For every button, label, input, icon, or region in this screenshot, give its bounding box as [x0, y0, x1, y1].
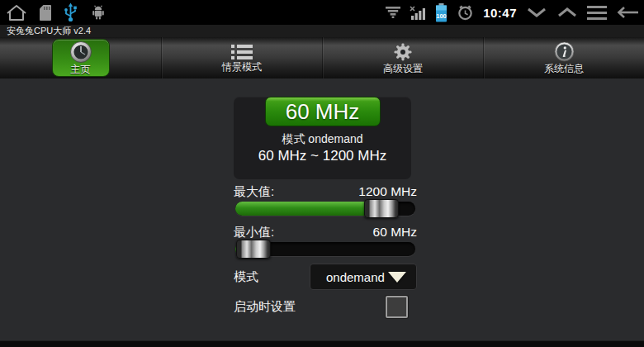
- governor-row: 模式 ondemand: [234, 264, 417, 290]
- min-frequency-slider[interactable]: [235, 242, 415, 256]
- tab-bar: 主页 情景模式: [0, 37, 644, 78]
- gear-icon: [393, 42, 413, 62]
- chevron-up-icon[interactable]: [556, 7, 578, 18]
- back-arrow-icon[interactable]: [616, 6, 639, 19]
- chevron-down-icon[interactable]: [526, 7, 547, 18]
- cpu-frequency-panel: 60 MHz 模式 ondemand 60 MHz ~ 1200 MHz: [234, 97, 411, 179]
- home-icon[interactable]: [6, 3, 27, 21]
- main-content: 60 MHz 模式 ondemand 60 MHz ~ 1200 MHz 最大值…: [0, 78, 644, 340]
- battery-percent-text: 100: [436, 12, 447, 20]
- usb-icon[interactable]: [64, 2, 78, 22]
- set-on-boot-checkbox[interactable]: [386, 296, 408, 318]
- status-bar-left: [0, 2, 107, 22]
- app-title-bar: 安兔兔CPU大师 v2.4: [0, 25, 644, 37]
- tab-system-info-label: 系统信息: [544, 64, 584, 74]
- tab-profiles-label: 情景模式: [222, 62, 262, 73]
- set-on-boot-label: 启动时设置: [234, 299, 296, 315]
- status-bar: 100 10:47: [0, 0, 644, 25]
- settings-column: 60 MHz 模式 ondemand 60 MHz ~ 1200 MHz 最大值…: [234, 88, 417, 318]
- tab-system-info[interactable]: 系统信息: [483, 37, 644, 78]
- battery-icon: 100: [435, 3, 447, 22]
- max-frequency-slider[interactable]: [235, 202, 415, 216]
- governor-dropdown[interactable]: ondemand: [310, 264, 417, 290]
- status-bar-tray[interactable]: 100 10:47: [386, 3, 644, 22]
- info-icon: [554, 41, 575, 62]
- min-frequency-value: 60 MHz: [373, 225, 417, 240]
- min-slider-thumb[interactable]: [236, 240, 271, 259]
- bottom-edge-strip: [0, 340, 644, 347]
- min-frequency-label: 最小值:: [234, 225, 274, 240]
- min-frequency-row: 最小值: 60 MHz: [234, 225, 417, 238]
- dropdown-arrow-icon: [388, 272, 406, 283]
- android-robot-icon[interactable]: [90, 4, 107, 21]
- max-frequency-value: 1200 MHz: [358, 184, 417, 199]
- app-title: 安兔兔CPU大师 v2.4: [7, 26, 91, 36]
- gauge-icon: [69, 40, 92, 64]
- tab-home[interactable]: 主页: [0, 37, 161, 78]
- tab-advanced-settings-label: 高级设置: [383, 64, 423, 74]
- current-frequency-button[interactable]: 60 MHz: [265, 97, 381, 126]
- tab-home-label: 主页: [71, 64, 91, 75]
- tab-advanced-settings[interactable]: 高级设置: [322, 37, 483, 78]
- alarm-clock-icon: [457, 4, 474, 21]
- governor-summary-text: 模式 ondemand: [234, 133, 411, 145]
- sdcard-icon[interactable]: [40, 5, 51, 21]
- menu-icon[interactable]: [587, 6, 607, 20]
- frequency-range-text: 60 MHz ~ 1200 MHz: [234, 149, 411, 164]
- max-slider-thumb[interactable]: [364, 199, 399, 218]
- data-funnel-icon: [386, 7, 400, 18]
- governor-label: 模式: [234, 269, 258, 285]
- clock-time: 10:47: [483, 6, 517, 20]
- screen: 100 10:47: [0, 0, 644, 347]
- tab-profiles[interactable]: 情景模式: [161, 37, 322, 78]
- max-slider-fill: [235, 202, 381, 216]
- set-on-boot-row: 启动时设置: [234, 296, 417, 318]
- list-icon: [231, 44, 253, 60]
- tab-home-pill: 主页: [52, 39, 110, 77]
- signal-no-service-icon: [410, 6, 426, 20]
- governor-selected-value: ondemand: [326, 270, 385, 284]
- max-frequency-label: 最大值:: [234, 184, 274, 200]
- max-frequency-row: 最大值: 1200 MHz: [234, 184, 417, 197]
